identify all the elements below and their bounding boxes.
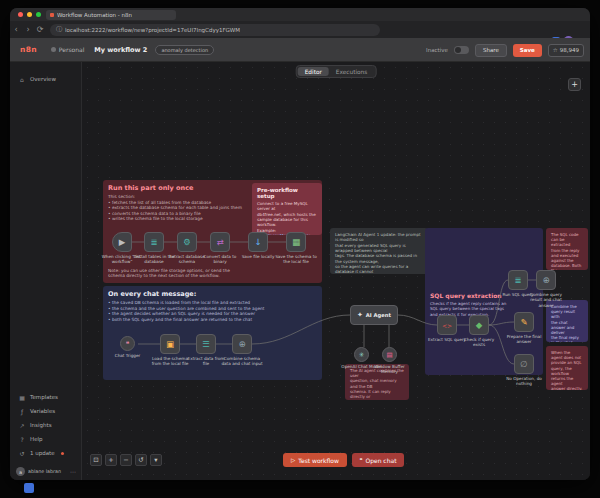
node-extract-schema[interactable]: ⚙ Extract database schema	[177, 232, 197, 265]
canvas-controls: ⊡ + − ↺ ▾	[90, 454, 162, 466]
project-icon	[51, 47, 56, 52]
save-button[interactable]: Save	[513, 44, 542, 57]
workflow-name[interactable]: My workflow 2	[94, 46, 147, 54]
maximize-window-button[interactable]	[36, 12, 41, 17]
app-header: n8n Personal My workflow 2 anomaly detec…	[10, 38, 590, 62]
url-text: localhost:2222/workflow/new?projectId=17…	[65, 27, 240, 33]
gear-icon: ⚙	[183, 237, 191, 247]
chat-icon: ❝	[126, 340, 130, 348]
share-button[interactable]: Share	[475, 44, 507, 57]
home-icon: ⌂	[18, 76, 26, 83]
browser-tabbar: Workflow Automation - n8n	[10, 8, 590, 21]
favicon	[50, 13, 54, 17]
convert-icon: ⇄	[216, 237, 223, 247]
node-manual-trigger[interactable]: ▶ When clicking "Test workflow"	[112, 232, 132, 265]
browser-window: Workflow Automation - n8n ‹ › ⟳ ⓘ localh…	[10, 8, 590, 480]
if-branch-icon: ◆	[476, 320, 483, 330]
merge-icon: ⊕	[238, 339, 245, 349]
merge-icon: ⊕	[542, 275, 549, 285]
openai-icon: ✳	[359, 351, 364, 359]
node-ai-agent[interactable]: ✦ AI Agent	[350, 305, 398, 325]
node-save-schema[interactable]: ▦ Save the schema to the local file	[286, 232, 306, 265]
site-info-icon[interactable]: ⓘ	[56, 25, 62, 34]
help-icon: ?	[18, 436, 26, 443]
node-convert-binary[interactable]: ⇄ Convert data to binary	[210, 232, 230, 265]
browser-urlbar: ‹ › ⟳ ⓘ localhost:2222/workflow/new?proj…	[10, 21, 590, 38]
active-toggle[interactable]	[454, 46, 469, 54]
tidy-up-button[interactable]: ▾	[150, 454, 162, 466]
forward-icon[interactable]: ›	[22, 25, 34, 34]
undo-button[interactable]: ↺	[135, 454, 147, 466]
workflow-canvas[interactable]: Editor Executions + Run this part only o…	[82, 62, 590, 480]
chat-icon: ❝	[359, 457, 362, 463]
workflow-tag[interactable]: anomaly detection	[155, 45, 214, 55]
user-more-icon[interactable]: ⋯	[70, 468, 76, 475]
sticky-note-right-top[interactable]: The SQL code can be extracted from the r…	[546, 228, 588, 270]
node-openai-chat-model[interactable]: ✳ OpenAI Chat Model	[354, 347, 369, 369]
address-bar[interactable]: ⓘ localhost:2222/workflow/new?projectId=…	[50, 24, 380, 36]
node-check-query[interactable]: ◆ Check if query exists	[469, 315, 489, 348]
avatar: a	[16, 467, 25, 476]
sidebar-item-variables[interactable]: ƒ Variables	[10, 404, 82, 418]
sidebar-item-templates[interactable]: ▦ Templates	[10, 390, 82, 404]
reload-icon[interactable]: ⟳	[34, 25, 46, 34]
browser-tab[interactable]: Workflow Automation - n8n	[46, 10, 176, 20]
memory-icon: ▤	[386, 351, 392, 359]
code-icon: <>	[442, 322, 452, 329]
file-icon: ▦	[292, 237, 300, 247]
templates-icon: ▦	[18, 394, 26, 401]
noop-icon: ∅	[520, 359, 527, 369]
sidebar-item-updates[interactable]: ↺ 1 update	[10, 446, 82, 460]
node-list-tables[interactable]: ≣ List all tables in the database	[144, 232, 164, 265]
node-noop[interactable]: ∅ No Operation, do nothing	[514, 354, 534, 387]
tab-executions[interactable]: Executions	[329, 67, 374, 76]
view-tabs: Editor Executions	[296, 65, 377, 78]
add-node-button[interactable]: +	[568, 78, 581, 91]
node-combine-result[interactable]: ⊕ Combine query result and chat answer	[536, 270, 556, 308]
back-icon[interactable]: ‹	[10, 25, 22, 34]
open-chat-button[interactable]: ❝ Open chat	[352, 453, 404, 467]
zoom-out-button[interactable]: −	[120, 454, 132, 466]
star-count: 98,949	[560, 47, 579, 53]
variables-icon: ƒ	[18, 408, 26, 415]
breadcrumb-project[interactable]: Personal	[51, 46, 85, 53]
dock-icon[interactable]	[24, 483, 34, 493]
node-prepare-answer[interactable]: ✎ Prepare the final answer	[514, 312, 534, 345]
list-icon: ☰	[202, 339, 210, 349]
insights-icon: ↗	[18, 422, 26, 429]
star-icon: ☆	[553, 47, 558, 53]
tab-editor[interactable]: Editor	[298, 67, 329, 76]
sticky-note-right-bottom[interactable]: When the agent does not provide an SQL q…	[546, 346, 588, 390]
node-load-schema[interactable]: ▣ Load the schema from the local file	[160, 334, 180, 367]
sticky-note-agent-update[interactable]: LangChain AI Agent 1 update: the prompt …	[330, 228, 428, 274]
zoom-in-button[interactable]: +	[105, 454, 117, 466]
node-save-file[interactable]: ↓ Save file locally	[248, 232, 268, 259]
user-menu[interactable]: a ablane labran ⋯	[10, 467, 82, 476]
sidebar-item-insights[interactable]: ↗ Insights	[10, 418, 82, 432]
minimize-window-button[interactable]	[27, 12, 32, 17]
node-combine-input[interactable]: ⊕ Combine schema data and chat input	[232, 334, 252, 367]
download-icon: ↓	[254, 237, 261, 247]
table-icon: ≣	[150, 237, 157, 247]
play-icon: ▶	[119, 237, 126, 247]
close-window-button[interactable]	[18, 12, 23, 17]
github-stars-widget[interactable]: ☆ 98,949	[548, 44, 584, 57]
tab-title: Workflow Automation - n8n	[57, 12, 132, 18]
sidebar-item-help[interactable]: ? Help	[10, 432, 82, 446]
sidebar-item-overview[interactable]: ⌂ Overview	[10, 72, 81, 86]
pencil-icon: ✎	[520, 317, 527, 327]
node-extract-sql[interactable]: <> Extract SQL query	[437, 315, 457, 342]
fit-view-button[interactable]: ⊡	[90, 454, 102, 466]
test-workflow-button[interactable]: ▷ Test workflow	[283, 453, 347, 467]
node-chat-trigger[interactable]: ❝ Chat Trigger	[120, 336, 135, 358]
sticky-note-pre-setup[interactable]: Pre-workflow setup Connect to a free MyS…	[252, 183, 322, 235]
play-icon: ▷	[291, 457, 295, 463]
sparkle-icon: ✦	[357, 311, 363, 319]
user-name: ablane labran	[28, 469, 67, 474]
node-window-buffer-memory[interactable]: ▤ Window Buffer Memory	[382, 347, 397, 375]
toggle-knob	[455, 47, 461, 53]
node-extract-file[interactable]: ☰ Extract data from file	[196, 334, 216, 367]
n8n-logo[interactable]: n8n	[20, 45, 37, 54]
active-status-label: Inactive	[426, 47, 448, 53]
update-badge-dot	[61, 452, 64, 455]
